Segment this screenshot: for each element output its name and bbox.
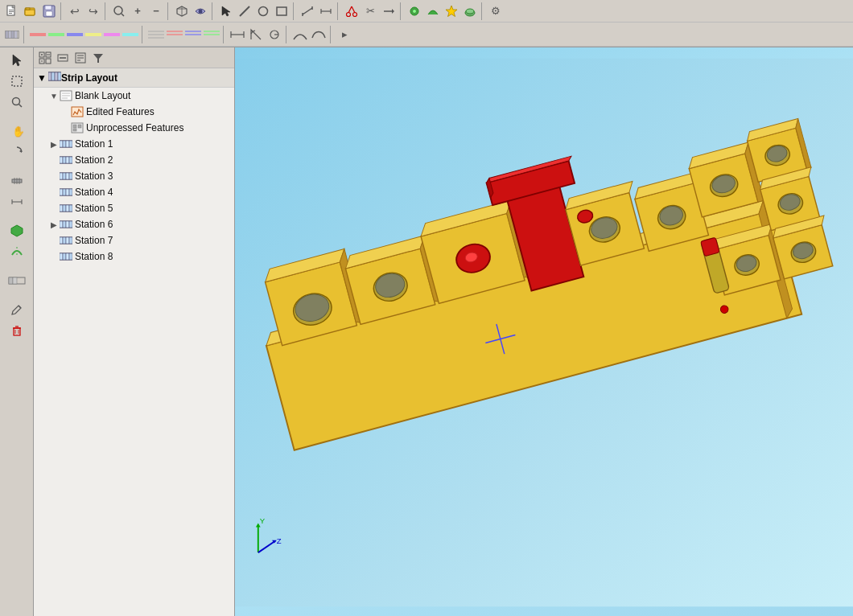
svg-text:Z: Z xyxy=(277,536,282,545)
save-btn[interactable] xyxy=(40,2,58,20)
sep4 xyxy=(212,2,215,20)
station-5-item[interactable]: ▶ Station 5 xyxy=(34,200,234,216)
strip-btn[interactable] xyxy=(3,26,21,43)
svg-rect-152 xyxy=(60,253,63,260)
form-tool[interactable] xyxy=(5,242,29,261)
svg-rect-39 xyxy=(6,31,9,38)
form-btn[interactable] xyxy=(424,2,442,20)
station-1-expand-icon: ▶ xyxy=(48,138,60,150)
station-4-item[interactable]: ▶ Station 4 xyxy=(34,184,234,200)
svg-rect-155 xyxy=(69,253,72,260)
angular-dim-btn[interactable] xyxy=(247,26,265,43)
station-2-item[interactable]: ▶ Station 2 xyxy=(34,152,234,168)
arc-btn[interactable] xyxy=(291,26,309,43)
svg-rect-148 xyxy=(63,237,66,244)
spline-btn[interactable] xyxy=(310,26,328,43)
svg-rect-138 xyxy=(63,205,66,211)
dimension-tool[interactable] xyxy=(5,192,29,211)
linear-dim-btn[interactable] xyxy=(229,26,246,43)
pan-tool[interactable]: ✋ xyxy=(5,121,29,141)
sep6 xyxy=(337,2,340,20)
tree-properties-btn[interactable] xyxy=(72,50,89,66)
settings-btn[interactable]: ⚙ xyxy=(487,2,505,20)
select-tool[interactable] xyxy=(5,72,29,91)
hatch-btn[interactable] xyxy=(147,26,165,43)
layer-btn3[interactable] xyxy=(66,26,84,43)
new-btn[interactable] xyxy=(3,2,21,20)
root-expand-icon: ▼ xyxy=(37,72,47,84)
layer-btn6[interactable] xyxy=(122,26,139,43)
unprocessed-features-item[interactable]: ▶ Unprocessed Features xyxy=(34,120,234,136)
trim-btn[interactable]: ✂ xyxy=(361,2,379,20)
redo-btn[interactable]: ↪ xyxy=(84,2,102,20)
measure-tool[interactable] xyxy=(5,171,29,191)
sep12 xyxy=(286,26,289,43)
station-1-icon xyxy=(60,138,72,150)
station-4-icon xyxy=(60,186,72,199)
station-6-item[interactable]: ▶ Station 6 xyxy=(34,216,234,232)
svg-rect-10 xyxy=(46,11,52,16)
station-3-item[interactable]: ▶ Station 3 xyxy=(34,168,234,184)
punch-tool[interactable] xyxy=(5,221,29,240)
sep8 xyxy=(481,2,484,20)
zoom-in-btn[interactable]: + xyxy=(129,2,146,20)
svg-rect-154 xyxy=(66,253,69,260)
layer-btn1[interactable] xyxy=(29,26,47,43)
tree-expand-all-btn[interactable] xyxy=(37,50,53,66)
zoom-out-btn[interactable]: − xyxy=(147,2,165,20)
svg-point-28 xyxy=(353,12,357,16)
svg-line-21 xyxy=(303,8,312,14)
svg-rect-140 xyxy=(69,205,72,211)
delete-tool[interactable] xyxy=(5,321,29,340)
station-8-item[interactable]: ▶ Station 8 xyxy=(34,248,234,265)
select-btn[interactable] xyxy=(217,2,235,20)
radial-dim-btn[interactable] xyxy=(266,26,283,43)
svg-rect-142 xyxy=(60,221,63,228)
3d-box-btn[interactable] xyxy=(173,2,191,20)
zoom-tool[interactable] xyxy=(5,92,29,112)
view-btn[interactable] xyxy=(192,2,209,20)
svg-rect-145 xyxy=(69,221,72,228)
edited-features-item[interactable]: ▶ Edited Features xyxy=(34,104,234,120)
hatch-btn2[interactable] xyxy=(166,26,183,43)
circle-btn[interactable] xyxy=(254,2,272,20)
measure-btn[interactable] xyxy=(299,2,316,20)
tree-collapse-all-btn[interactable] xyxy=(55,50,71,66)
blank-layout-item[interactable]: ▼ Blank Layout xyxy=(34,88,234,104)
station-7-item[interactable]: ▶ Station 7 xyxy=(34,232,234,248)
viewport[interactable]: Z Y xyxy=(235,47,853,616)
tree-filter-btn[interactable] xyxy=(90,50,106,66)
svg-rect-130 xyxy=(69,173,72,179)
layer-btn4[interactable] xyxy=(84,26,102,43)
station-2-icon xyxy=(60,154,72,166)
punch-btn[interactable] xyxy=(406,2,423,20)
svg-rect-133 xyxy=(63,189,66,195)
layer-btn2[interactable] xyxy=(47,26,65,43)
dimension-btn[interactable] xyxy=(317,2,335,20)
rect-btn[interactable] xyxy=(273,2,291,20)
pilot-btn[interactable] xyxy=(443,2,460,20)
tree-root[interactable]: ▼ Strip Layout xyxy=(34,68,234,88)
pointer-tool[interactable] xyxy=(5,51,29,70)
main-area: ✋ xyxy=(0,47,853,616)
strip-layout-label: Strip Layout xyxy=(61,72,117,84)
hatch-btn4[interactable] xyxy=(203,26,220,43)
zoom-fit-btn[interactable] xyxy=(110,2,128,20)
line-btn[interactable] xyxy=(236,2,253,20)
undo-btn[interactable]: ↩ xyxy=(66,2,84,20)
station-1-item[interactable]: ▶ Station 1 xyxy=(34,136,234,152)
open-btn[interactable] xyxy=(22,2,39,20)
rotate-tool[interactable] xyxy=(5,142,29,162)
cut-btn[interactable] xyxy=(343,2,361,20)
toolbar-row-2: ▸ xyxy=(0,23,853,47)
svg-marker-68 xyxy=(19,150,22,153)
hatch-btn3[interactable] xyxy=(184,26,202,43)
emboss-btn[interactable] xyxy=(461,2,479,20)
edit-tool[interactable] xyxy=(5,300,29,319)
more-btn[interactable]: ▸ xyxy=(336,26,353,43)
station-6-icon xyxy=(60,218,72,231)
extend-btn[interactable] xyxy=(380,2,398,20)
layer-btn5[interactable] xyxy=(103,26,121,43)
svg-rect-64 xyxy=(12,76,22,86)
strip-tool[interactable] xyxy=(5,271,29,290)
